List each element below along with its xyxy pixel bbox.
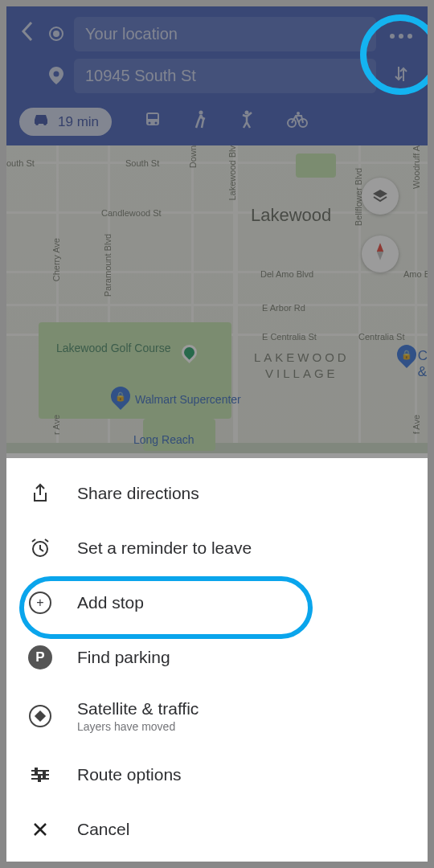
svg-point-11 [155,121,158,124]
svg-point-4 [407,34,412,39]
street-label: Cherry Ave [51,238,61,281]
mode-transit[interactable] [144,111,162,133]
street-label: f Ave [411,415,421,434]
street-label: E Centralia St [262,332,317,342]
overflow-menu-button[interactable] [384,23,418,44]
street-label: Woodruff A [411,145,421,189]
menu-satellite-traffic[interactable]: Satellite & traffic Layers have moved [6,685,428,747]
drive-time: 19 min [58,114,99,130]
street-label: outh St [6,158,35,168]
destination-field[interactable]: 10945 South St [74,59,376,93]
layers-button[interactable] [362,178,399,215]
menu-sublabel: Layers have moved [77,720,199,733]
menu-find-parking[interactable]: P Find parking [6,630,428,685]
origin-field[interactable]: Your location [74,17,376,51]
menu-label: Find parking [77,648,170,667]
mode-rideshare[interactable] [239,110,255,134]
svg-point-12 [199,110,203,114]
travel-mode-bar: 19 min [16,108,418,136]
city-label: Lakewood [251,205,331,226]
street-label: Del Amo Blvd [260,269,313,279]
svg-point-1 [53,31,59,37]
layers-icon [27,703,53,729]
svg-point-2 [390,34,395,39]
compass-button[interactable] [362,235,399,272]
alarm-icon [27,535,53,561]
svg-point-5 [54,72,59,77]
walmart-label: Walmart Supercenter [135,393,241,406]
street-label: Paramount Blvd [103,234,113,297]
directions-header: Your location 10945 South St 19 min [6,6,428,145]
menu-label: Satellite & traffic [77,699,199,719]
menu-add-stop[interactable]: + Add stop [6,575,428,630]
svg-rect-9 [148,114,158,119]
swap-button[interactable] [384,64,418,88]
menu-label: Set a reminder to leave [77,538,252,558]
menu-label: Cancel [77,820,129,839]
street-label: E Arbor Rd [262,303,305,313]
map-canvas[interactable]: outh St South St Down Lakewood Blv Candl… [6,145,428,443]
svg-point-13 [245,110,249,114]
menu-set-reminder[interactable]: Set a reminder to leave [6,521,428,575]
svg-point-3 [399,34,403,39]
street-label: Candlewood St [101,208,162,218]
svg-point-7 [43,122,47,125]
add-stop-icon: + [27,590,53,616]
sliders-icon [27,762,53,788]
menu-share-directions[interactable]: Share directions [6,466,428,521]
overflow-menu-sheet: Share directions Set a reminder to leave… [6,453,428,862]
street-label: Amo Blv [403,269,428,279]
village-label: LAKEWOODVILLAGE [254,350,350,381]
mode-bike[interactable] [287,112,308,133]
mode-walk[interactable] [194,110,207,134]
menu-route-options[interactable]: Route options [6,747,428,802]
street-label: Down [188,145,198,168]
svg-point-16 [297,112,300,115]
origin-gps-icon [47,26,66,42]
street-label: South St [125,158,159,168]
parking-icon: P [27,645,53,670]
menu-label: Route options [77,765,182,784]
share-icon [27,481,53,506]
close-icon [27,817,53,842]
mode-drive[interactable]: 19 min [19,108,112,136]
street-label: Lakewood Blv [227,145,237,201]
menu-cancel[interactable]: Cancel [6,802,428,857]
menu-label: Add stop [77,593,144,612]
car-icon [32,113,50,130]
destination-pin-icon [47,67,66,84]
street-label: Centralia St [358,332,404,342]
poi-label: C & [418,348,428,380]
golf-label: Lakewood Golf Course [56,342,170,354]
street-label: r Ave [51,415,61,435]
longbeach-label: Long Reach [133,433,194,446]
svg-point-10 [149,121,151,124]
svg-point-6 [35,122,39,125]
back-button[interactable] [16,20,39,48]
menu-label: Share directions [77,484,199,503]
